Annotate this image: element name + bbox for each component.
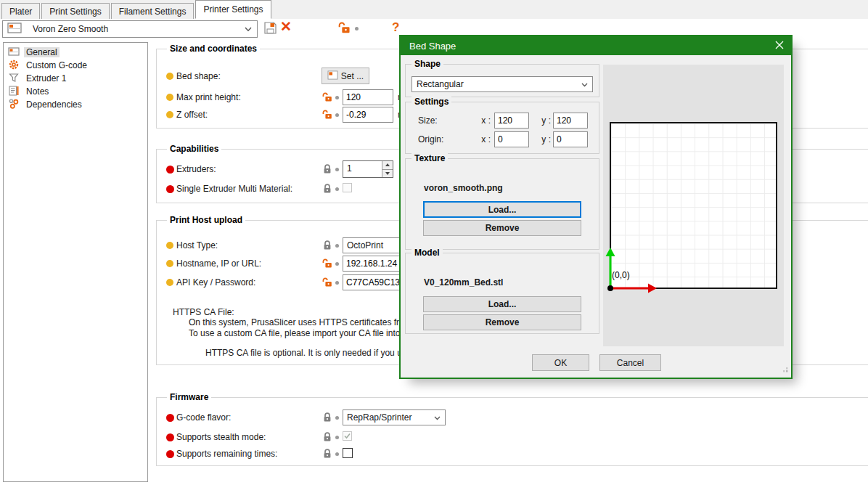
modified-dot	[335, 168, 339, 171]
z-offset-label: Z offset:	[176, 110, 208, 120]
printer-icon	[8, 46, 20, 60]
bed-shape-dialog: Bed Shape Shape Rectangular Settings Siz…	[399, 35, 793, 379]
semm-label: Single Extruder Multi Material:	[176, 184, 292, 194]
extruders-stepper[interactable]: 1	[343, 160, 393, 178]
ok-button[interactable]: OK	[532, 354, 589, 371]
modified-dot	[335, 436, 339, 439]
stepper-buttons[interactable]	[382, 161, 393, 177]
locked-icon[interactable]	[322, 412, 332, 425]
texture-remove-label: Remove	[486, 223, 520, 233]
dialog-title: Bed Shape	[409, 41, 456, 52]
bed-preview-panel: (0,0)	[603, 65, 784, 346]
z-offset-input[interactable]	[343, 107, 393, 123]
sidebar-item-general[interactable]: General	[4, 46, 147, 59]
chevron-down-icon	[245, 24, 252, 34]
modified-dot	[335, 96, 339, 99]
resize-grip[interactable]	[780, 364, 789, 375]
model-load-button[interactable]: Load...	[423, 296, 581, 312]
remaining-times-checkbox[interactable]	[343, 448, 353, 458]
texture-load-label: Load...	[488, 205, 517, 215]
bed-icon	[327, 70, 338, 82]
origin-y-label: y :	[535, 134, 551, 144]
delete-preset-icon[interactable]: ✕	[280, 20, 292, 33]
size-x-input[interactable]	[494, 113, 529, 129]
cancel-button-label: Cancel	[617, 358, 644, 368]
extruders-label: Extruders:	[176, 164, 216, 174]
locked-icon[interactable]	[322, 164, 332, 176]
tab-filament-settings[interactable]: Filament Settings	[111, 3, 195, 19]
unlocked-icon[interactable]	[338, 22, 351, 36]
locked-icon[interactable]	[322, 240, 332, 253]
stepper-down-icon[interactable]	[382, 170, 393, 178]
shape-group-title: Shape	[412, 59, 443, 69]
ok-button-label: OK	[554, 358, 567, 368]
sidebar-item-label: General	[24, 47, 60, 57]
locked-icon[interactable]	[322, 184, 332, 196]
texture-remove-button[interactable]: Remove	[423, 220, 581, 236]
cancel-button[interactable]: Cancel	[599, 354, 661, 371]
bed-shape-label: Bed shape:	[176, 71, 221, 81]
model-remove-label: Remove	[486, 317, 520, 327]
option-flag-dot	[166, 73, 173, 80]
ca-file-heading: HTTPS CA File:	[173, 307, 234, 317]
max-print-height-label: Max print height:	[176, 92, 241, 102]
size-x-label: x :	[475, 115, 491, 126]
stepper-up-icon[interactable]	[382, 161, 393, 170]
save-preset-icon[interactable]	[263, 21, 277, 37]
unlocked-icon[interactable]	[322, 92, 332, 105]
group-title-print-host: Print Host upload	[167, 215, 245, 225]
texture-load-button[interactable]: Load...	[423, 201, 581, 218]
unlocked-icon[interactable]	[322, 277, 332, 290]
printer-preset-combobox[interactable]: Voron Zero Smooth	[2, 20, 258, 38]
group-title-firmware: Firmware	[167, 392, 211, 402]
semm-checkbox	[343, 183, 352, 192]
shape-selected-value: Rectangular	[417, 79, 464, 89]
dialog-titlebar[interactable]: Bed Shape	[401, 36, 791, 55]
tab-print-settings[interactable]: Print Settings	[41, 3, 109, 19]
printer-settings-window: Plater Print Settings Filament Settings …	[0, 0, 868, 485]
option-flag-dot	[166, 242, 173, 249]
tab-plater[interactable]: Plater	[1, 3, 40, 19]
origin-label: Origin:	[418, 134, 443, 144]
preset-name: Voron Zero Smooth	[33, 24, 245, 34]
option-flag-dot	[166, 260, 173, 267]
chevron-down-icon	[434, 412, 441, 423]
model-filename: V0_120mm_Bed.stl	[424, 277, 503, 288]
model-group: Model V0_120mm_Bed.stl Load... Remove	[405, 253, 599, 334]
texture-group-title: Texture	[412, 153, 448, 163]
texture-group: Texture voron_smooth.png Load... Remove	[405, 158, 599, 250]
option-flag-dot	[166, 279, 173, 286]
origin-x-input[interactable]	[494, 131, 529, 147]
option-flag-dot	[166, 433, 174, 441]
row-supports-remaining-times: Supports remaining times:	[0, 445, 552, 462]
option-flag-dot	[166, 450, 174, 458]
unlocked-icon[interactable]	[322, 110, 332, 122]
tab-printer-settings[interactable]: Printer Settings	[195, 0, 271, 19]
host-type-value: OctoPrint	[347, 240, 383, 250]
gcode-flavor-select[interactable]: RepRap/Sprinter	[343, 409, 446, 425]
close-icon[interactable]	[775, 41, 784, 52]
max-print-height-input[interactable]	[343, 89, 393, 105]
modified-dot	[335, 187, 339, 191]
size-y-input[interactable]	[553, 113, 588, 129]
option-flag-dot	[166, 166, 174, 174]
help-icon[interactable]: ?	[392, 21, 399, 34]
bed-shape-set-button[interactable]: Set ...	[322, 68, 369, 84]
hostname-label: Hostname, IP or URL:	[176, 258, 261, 269]
unlocked-icon[interactable]	[322, 258, 332, 271]
model-remove-button[interactable]: Remove	[423, 314, 581, 330]
gcode-flavor-value: RepRap/Sprinter	[347, 412, 412, 423]
modified-dot	[335, 416, 339, 420]
origin-x-label: x :	[475, 134, 491, 144]
row-supports-stealth-mode: Supports stealth mode:	[0, 428, 552, 446]
modified-dot	[335, 244, 339, 248]
locked-icon[interactable]	[322, 432, 332, 444]
origin-y-input[interactable]	[553, 131, 588, 147]
modified-dot	[355, 27, 359, 30]
model-group-title: Model	[412, 248, 443, 258]
locked-icon[interactable]	[322, 449, 332, 461]
settings-group: Settings Size: x : y : Origin: x : y :	[405, 102, 599, 154]
shape-group: Shape Rectangular	[405, 64, 599, 97]
option-flag-dot	[166, 94, 173, 101]
shape-select[interactable]: Rectangular	[412, 76, 593, 92]
